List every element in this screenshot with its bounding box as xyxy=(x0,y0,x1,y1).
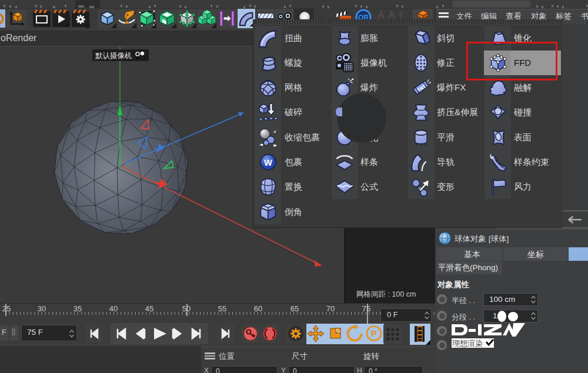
svg-text:P: P xyxy=(371,328,377,338)
svg-text:W: W xyxy=(264,158,272,167)
svg-text:理想渲染: 理想渲染 xyxy=(452,339,483,348)
